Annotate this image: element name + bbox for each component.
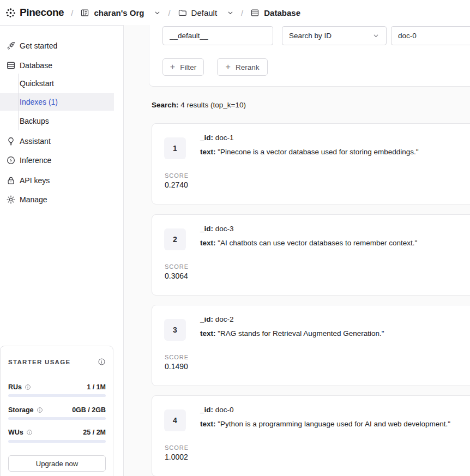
sidebar-item-indexes[interactable]: Indexes (1) bbox=[0, 93, 114, 111]
folder-icon bbox=[178, 8, 187, 17]
usage-row-rus: RUs 1 / 1M bbox=[8, 383, 106, 391]
top-bar: Pinecone / charan's Org / Default bbox=[0, 0, 470, 25]
breadcrumb-section-label: Database bbox=[264, 8, 300, 17]
breadcrumb-separator: / bbox=[71, 8, 73, 17]
breadcrumb-org[interactable]: charan's Org bbox=[80, 8, 161, 17]
result-fields: _id: doc-2 text: "RAG stands for Retriev… bbox=[200, 314, 384, 339]
search-mode-select[interactable]: Search by ID bbox=[282, 26, 387, 45]
usage-progress-wus bbox=[8, 440, 106, 443]
result-rank-badge: 1 bbox=[164, 137, 186, 159]
breadcrumb-project[interactable]: Default bbox=[178, 8, 234, 17]
usage-title: STARTER USAGE bbox=[8, 359, 70, 365]
usage-progress-storage bbox=[8, 417, 106, 420]
usage-value: 0GB / 2GB bbox=[72, 406, 106, 414]
result-card[interactable]: 1 _id: doc-1 text: "Pinecone is a vector… bbox=[152, 123, 470, 204]
sidebar-item-quickstart[interactable]: Quickstart bbox=[0, 75, 114, 92]
result-rank-badge: 4 bbox=[164, 409, 186, 431]
sidebar-item-inference[interactable]: Inference bbox=[0, 152, 114, 169]
sidebar-item-database[interactable]: Database bbox=[0, 57, 114, 74]
starter-usage-panel: STARTER USAGE RUs 1 / 1M Storage 0GB / bbox=[0, 346, 113, 476]
usage-label: RUs bbox=[8, 383, 22, 391]
chevron-down-icon[interactable] bbox=[227, 9, 234, 16]
rocket-icon bbox=[6, 41, 16, 51]
plus-icon: + bbox=[170, 63, 175, 71]
result-card[interactable]: 3 _id: doc-2 text: "RAG stands for Retri… bbox=[152, 305, 470, 386]
sidebar-item-manage[interactable]: Manage bbox=[0, 191, 114, 208]
plus-icon: + bbox=[226, 63, 231, 71]
info-icon[interactable] bbox=[25, 384, 31, 390]
score-label: SCORE bbox=[165, 172, 189, 179]
text-value: "Pinecone is a vector database used for … bbox=[216, 148, 419, 156]
sidebar-item-label: API keys bbox=[20, 176, 50, 185]
rerank-button-label: Rerank bbox=[236, 63, 260, 71]
database-icon bbox=[250, 8, 260, 17]
search-results-summary: Search: 4 results (top_k=10) bbox=[152, 101, 246, 109]
sidebar-item-label: Inference bbox=[20, 156, 51, 165]
text-key: text: bbox=[200, 239, 216, 247]
add-filter-button[interactable]: + Filter bbox=[162, 58, 204, 76]
query-id-input[interactable] bbox=[391, 26, 470, 45]
breadcrumb-org-label: charan's Org bbox=[94, 8, 144, 17]
id-key: _id: bbox=[200, 134, 213, 142]
upgrade-now-button[interactable]: Upgrade now bbox=[8, 455, 106, 472]
lightbulb-icon bbox=[6, 136, 16, 146]
info-icon[interactable] bbox=[26, 429, 33, 436]
usage-value: 1 / 1M bbox=[87, 383, 106, 391]
usage-row-storage: Storage 0GB / 2GB bbox=[8, 406, 106, 414]
main-content: Search by ID + Filter + Rerank Search: 4… bbox=[124, 25, 470, 476]
sidebar-item-get-started[interactable]: Get started bbox=[0, 37, 114, 55]
id-value: doc-0 bbox=[213, 406, 234, 414]
result-card[interactable]: 2 _id: doc-3 text: "AI chatbots can use … bbox=[152, 214, 470, 296]
text-key: text: bbox=[200, 329, 216, 338]
summary-text: 4 results (top_k=10) bbox=[179, 101, 246, 109]
result-rank-badge: 3 bbox=[164, 319, 186, 341]
brand-name: Pinecone bbox=[20, 7, 64, 19]
text-value: "RAG stands for Retrieval Augmented Gene… bbox=[216, 329, 384, 338]
text-value: "Python is a programming language used f… bbox=[216, 420, 451, 428]
id-key: _id: bbox=[200, 225, 213, 233]
sidebar-item-label: Backups bbox=[20, 117, 49, 125]
score-label: SCORE bbox=[165, 444, 189, 451]
text-key: text: bbox=[200, 148, 216, 156]
sidebar-item-api-keys[interactable]: API keys bbox=[0, 172, 114, 189]
score-label: SCORE bbox=[165, 263, 189, 270]
id-value: doc-3 bbox=[213, 225, 234, 233]
sidebar-item-label: Manage bbox=[20, 195, 47, 204]
id-key: _id: bbox=[200, 406, 213, 414]
score-value: 1.0002 bbox=[165, 453, 188, 461]
sidebar-item-label: Quickstart bbox=[20, 79, 54, 88]
breadcrumb-separator: / bbox=[168, 8, 170, 17]
sidebar: Get started Database Quickstart Indexes … bbox=[0, 25, 124, 476]
usage-progress-rus bbox=[8, 394, 106, 397]
sidebar-item-label: Get started bbox=[20, 41, 57, 50]
sidebar-item-assistant[interactable]: Assistant bbox=[0, 132, 114, 150]
add-rerank-button[interactable]: + Rerank bbox=[217, 58, 268, 76]
summary-label: Search: bbox=[152, 101, 179, 109]
info-icon[interactable] bbox=[98, 358, 106, 366]
score-value: 0.3064 bbox=[165, 272, 188, 280]
pinecone-logo[interactable]: Pinecone bbox=[5, 7, 64, 19]
usage-row-wus: WUs 25 / 2M bbox=[8, 429, 106, 436]
breadcrumb-section[interactable]: Database bbox=[250, 8, 300, 17]
sidebar-item-label: Database bbox=[20, 61, 52, 70]
result-card[interactable]: 4 _id: doc-0 text: "Python is a programm… bbox=[152, 395, 470, 476]
pinecone-console: Pinecone / charan's Org / Default bbox=[0, 0, 470, 476]
gear-icon bbox=[6, 195, 16, 204]
usage-label: Storage bbox=[8, 406, 34, 414]
result-fields: _id: doc-3 text: "AI chatbots can use ve… bbox=[200, 224, 417, 249]
search-form-card: Search by ID + Filter + Rerank bbox=[149, 25, 470, 87]
chevron-down-icon bbox=[372, 32, 379, 39]
result-fields: _id: doc-0 text: "Python is a programmin… bbox=[200, 405, 450, 430]
id-value: doc-2 bbox=[213, 315, 234, 323]
usage-value: 25 / 2M bbox=[83, 429, 106, 436]
result-fields: _id: doc-1 text: "Pinecone is a vector d… bbox=[200, 132, 419, 158]
chevron-down-icon[interactable] bbox=[154, 9, 161, 16]
sidebar-item-label: Assistant bbox=[20, 137, 51, 146]
text-key: text: bbox=[200, 420, 216, 428]
info-icon[interactable] bbox=[37, 407, 43, 413]
score-value: 0.2740 bbox=[165, 180, 188, 189]
sidebar-item-backups[interactable]: Backups bbox=[0, 112, 114, 130]
namespace-input[interactable] bbox=[162, 26, 273, 45]
breadcrumb-separator: / bbox=[241, 8, 243, 17]
text-value: "AI chatbots can use vector databases to… bbox=[216, 239, 418, 247]
